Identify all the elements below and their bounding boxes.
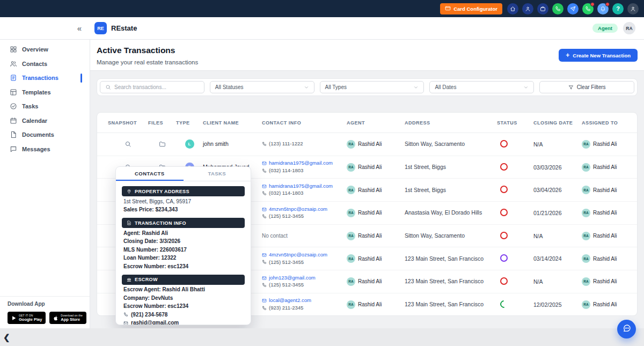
clear-filters-button[interactable]: Clear Filters xyxy=(539,81,634,93)
phone-icon xyxy=(262,142,267,146)
address: Anastasia Way, El Dorado Hills xyxy=(405,209,497,216)
google-play-badge[interactable]: GET IT ON Google Play xyxy=(8,312,46,324)
pin-icon xyxy=(127,189,131,194)
avatar: RA xyxy=(582,277,590,286)
address: 1st Street, Biggs xyxy=(405,187,497,194)
sidebar-item-tasks[interactable]: Tasks xyxy=(0,99,90,114)
contact-phone: (123) 111-1222 xyxy=(262,141,342,147)
sidebar-item-label: Contacts xyxy=(22,61,47,67)
create-new-transaction-button[interactable]: + Create New Transaction xyxy=(559,49,638,62)
chevron-down-icon xyxy=(304,85,309,90)
assigned-to-cell: RARashid Ali xyxy=(582,209,626,217)
back-chevron[interactable]: ❮ xyxy=(3,333,10,342)
contact-email-link[interactable]: john123@gmail.com xyxy=(262,275,342,281)
contact-email-link[interactable]: hamidrana1975@gmail.com xyxy=(262,183,342,189)
table-header-row: SNAPSHOTFILESTYPECLIENT NAMECONTACT INFO… xyxy=(97,113,637,133)
date-filter-value: All Dates xyxy=(435,84,456,90)
contact-email-link[interactable]: local@agent2.com xyxy=(262,298,342,304)
agent-cell: RARashid Ali xyxy=(347,209,405,217)
status-indicator xyxy=(500,140,508,148)
chevron-down-icon xyxy=(523,85,529,90)
mail-icon xyxy=(123,321,128,326)
phone-icon[interactable] xyxy=(552,3,564,14)
main-content: Active Transactions Manage your real est… xyxy=(90,40,644,328)
app-store-tagline: Download on the xyxy=(61,314,83,317)
phone-icon xyxy=(262,191,267,196)
type-filter-select[interactable]: All Types xyxy=(320,81,425,93)
popup-tab-contacts[interactable]: CONTACTS xyxy=(116,167,184,181)
documents-icon xyxy=(10,131,17,138)
plus-icon: + xyxy=(566,52,569,58)
sidebar-item-messages[interactable]: Messages xyxy=(0,142,90,157)
avatar: RA xyxy=(347,277,355,286)
status-indicator xyxy=(500,163,508,171)
filter-bar: All Statuses All Types All Dates Clear F… xyxy=(97,78,638,96)
brand: RE REstate xyxy=(90,22,137,34)
status-indicator xyxy=(500,254,508,262)
search-input[interactable] xyxy=(114,84,199,90)
chat-fab-button[interactable] xyxy=(617,320,636,338)
user-avatar[interactable]: RA xyxy=(623,22,635,34)
sidebar-item-transactions[interactable]: Transactions xyxy=(0,71,90,85)
status-filter-value: All Statuses xyxy=(215,84,244,90)
sidebar-collapse-button[interactable]: « xyxy=(77,24,82,32)
contact-phone: (125) 512-3455 xyxy=(262,260,342,266)
popup-tab-tasks[interactable]: TASKS xyxy=(184,167,251,181)
search-box xyxy=(100,81,204,93)
sidebar-item-contacts[interactable]: Contacts xyxy=(0,57,90,71)
sidebar-item-label: Documents xyxy=(22,131,54,138)
avatar: RA xyxy=(347,140,355,149)
sidebar-item-overview[interactable]: Overview xyxy=(0,42,90,57)
page-subtitle: Manage your real estate transactions xyxy=(97,59,198,65)
mail-icon xyxy=(262,253,267,257)
help-icon[interactable]: ? xyxy=(612,3,624,14)
date-filter-select[interactable]: All Dates xyxy=(429,81,534,93)
contact-email-link[interactable]: 4mzvn5tnpc@ozsaip.com xyxy=(262,252,342,258)
home-icon[interactable] xyxy=(507,3,518,14)
sidebar-item-label: Transactions xyxy=(22,75,58,81)
address: 123 Main Street, San Francisco xyxy=(405,301,497,308)
assigned-to-cell: RARashid Ali xyxy=(582,186,626,194)
contact-email-link[interactable]: 4mzvn5tnpc@ozsaip.com xyxy=(262,207,342,212)
profile-icon[interactable] xyxy=(522,3,533,14)
avatar: RA xyxy=(582,254,590,263)
popup-detail-line: Loan Number: 12322 xyxy=(122,253,245,262)
snapshot-button[interactable] xyxy=(125,141,131,148)
avatar: RA xyxy=(582,209,590,217)
notifications-bell-icon[interactable] xyxy=(597,3,609,14)
popup-detail-line: Sales Price: $234,343 xyxy=(122,205,245,214)
phone-icon xyxy=(262,168,267,173)
sidebar-item-label: Templates xyxy=(22,89,51,95)
client-name: john smith xyxy=(203,141,262,148)
column-header: ASSIGNED TO xyxy=(582,120,626,126)
search-icon xyxy=(105,84,111,90)
status-indicator xyxy=(500,186,508,193)
files-button[interactable] xyxy=(159,141,166,148)
whatsapp-icon[interactable] xyxy=(582,3,594,14)
phone-icon xyxy=(262,260,267,264)
sidebar-item-documents[interactable]: Documents xyxy=(0,128,90,142)
avatar: RA xyxy=(347,186,355,194)
agent-cell: RARashid Ali xyxy=(347,254,405,263)
contact-email-link[interactable]: hamidrana1975@gmail.com xyxy=(262,160,342,166)
type-filter-value: All Types xyxy=(325,84,347,90)
messenger-icon[interactable] xyxy=(567,3,579,14)
app-store-badge[interactable]: Download on the App Store xyxy=(49,312,86,324)
column-header: TYPE xyxy=(176,120,203,126)
column-header: CONTACT INFO xyxy=(262,120,347,126)
avatar: RA xyxy=(347,209,355,217)
status-indicator xyxy=(499,299,509,310)
sidebar-item-templates[interactable]: Templates xyxy=(0,85,90,100)
avatar: RA xyxy=(582,232,590,240)
card-configurator-button[interactable]: Card Configurator xyxy=(440,3,502,14)
transaction-row[interactable]: Ljohn smith(123) 111-1222RARashid AliSit… xyxy=(97,133,637,156)
avatar: RA xyxy=(347,300,355,309)
sidebar-item-calendar[interactable]: Calendar xyxy=(0,114,90,128)
avatar: RA xyxy=(582,140,590,149)
status-filter-select[interactable]: All Statuses xyxy=(210,81,314,93)
contact-phone: (125) 512-3455 xyxy=(262,214,342,219)
transactions-icon xyxy=(10,74,17,82)
apps-icon[interactable] xyxy=(537,3,548,14)
no-contact-label: No contact xyxy=(262,233,342,239)
user-avatar-image[interactable] xyxy=(627,3,639,14)
